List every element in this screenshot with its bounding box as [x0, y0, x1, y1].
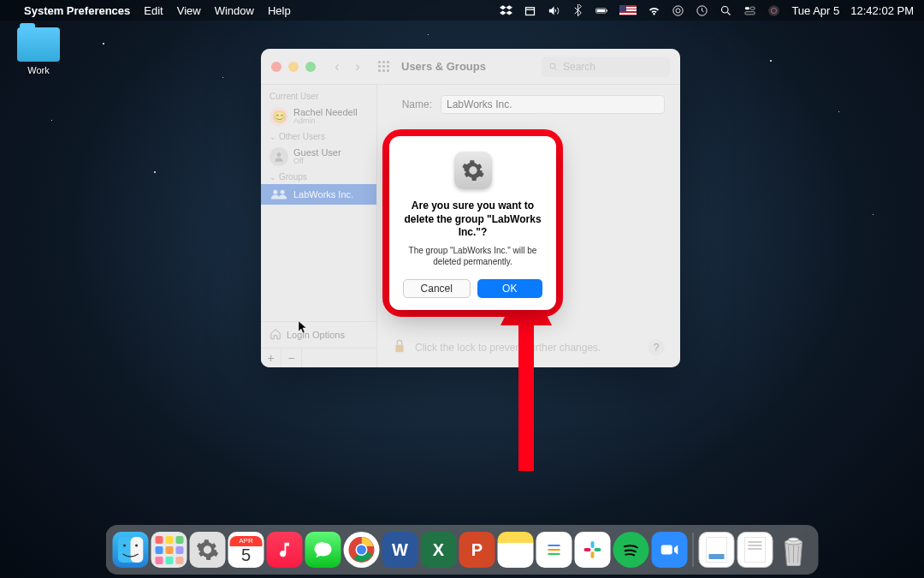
svg-point-25 [357, 545, 366, 555]
control-center-icon[interactable] [743, 4, 756, 17]
svg-point-5 [676, 9, 680, 13]
input-flag-icon[interactable] [619, 5, 637, 15]
siri-icon[interactable] [767, 4, 780, 17]
svg-point-13 [550, 63, 555, 69]
lock-icon[interactable] [393, 337, 406, 357]
dock-calendar[interactable]: APR5 [228, 532, 264, 568]
svg-rect-31 [591, 551, 595, 558]
current-user-row[interactable]: 😊 Rachel Needell Admin [261, 104, 376, 129]
avatar-icon: 😊 [270, 107, 288, 126]
svg-rect-36 [745, 537, 766, 563]
dock-spotify[interactable] [613, 532, 649, 568]
svg-rect-19 [131, 537, 144, 563]
dock-reminders[interactable] [536, 532, 572, 568]
dock-recent-doc-2[interactable] [737, 532, 773, 568]
dock-music[interactable] [267, 532, 303, 568]
svg-point-20 [123, 545, 126, 547]
svg-point-15 [273, 190, 277, 194]
dock-notes[interactable] [498, 532, 534, 568]
desktop-folder-label: Work [13, 65, 64, 75]
svg-rect-3 [607, 9, 607, 11]
svg-point-41 [789, 538, 799, 541]
cancel-button[interactable]: Cancel [403, 279, 471, 298]
dialog-message: The group "LabWorks Inc." will be delete… [403, 245, 542, 267]
volume-icon[interactable] [548, 4, 560, 17]
ok-button[interactable]: OK [477, 279, 543, 298]
dock-recent-doc-1[interactable] [699, 532, 735, 568]
svg-rect-35 [709, 554, 725, 559]
current-user-role: Admin [293, 117, 358, 126]
window-minimize-button[interactable] [288, 62, 299, 72]
menu-help[interactable]: Help [268, 4, 291, 17]
desktop-folder-work[interactable]: Work [13, 27, 64, 75]
dock-chrome[interactable] [344, 532, 380, 568]
dock-slack[interactable] [575, 532, 611, 568]
cursor-icon [299, 321, 309, 337]
svg-rect-33 [661, 545, 672, 555]
dock-powerpoint[interactable]: P [459, 532, 495, 568]
current-user-header: Current User [261, 89, 376, 104]
group-icon [270, 188, 288, 201]
name-label: Name: [393, 98, 432, 110]
bluetooth-icon[interactable] [572, 4, 584, 17]
guest-user-status: Off [293, 158, 341, 166]
folder-icon [17, 27, 60, 62]
dock-launchpad[interactable] [151, 532, 187, 568]
svg-point-4 [673, 5, 683, 15]
name-input[interactable] [441, 95, 665, 114]
dock-finder[interactable] [113, 532, 149, 568]
clock-icon[interactable] [696, 4, 708, 17]
window-zoom-button[interactable] [305, 62, 316, 72]
airplay-icon[interactable] [672, 4, 684, 17]
menubar-date[interactable]: Tue Apr 5 [791, 4, 839, 17]
avatar-icon [270, 147, 288, 166]
wifi-icon[interactable] [648, 4, 660, 17]
menubar-time[interactable]: 12:42:02 PM [850, 4, 914, 17]
spotlight-icon[interactable] [720, 4, 732, 17]
confirm-dialog: Are you sure you want to delete the grou… [389, 136, 556, 310]
dropbox-icon[interactable] [500, 4, 512, 17]
app-menu[interactable]: System Preferences [24, 4, 130, 17]
help-button[interactable]: ? [648, 339, 665, 356]
dock-system-preferences[interactable] [190, 532, 226, 568]
add-button[interactable]: + [261, 349, 281, 367]
menu-window[interactable]: Window [215, 4, 254, 17]
svg-rect-32 [584, 548, 591, 551]
guest-user-row[interactable]: Guest User Off [261, 144, 376, 170]
users-sidebar: Current User 😊 Rachel Needell Admin ⌄Oth… [261, 85, 377, 367]
nav-forward-button[interactable]: › [348, 57, 367, 76]
show-all-button[interactable] [374, 57, 393, 76]
dock-messages[interactable] [305, 532, 341, 568]
dock: APR5 W X P [106, 525, 819, 575]
dock-separator [693, 533, 694, 567]
dock-word[interactable]: W [382, 532, 418, 568]
svg-rect-8 [745, 7, 749, 9]
login-options-label: Login Options [287, 330, 345, 340]
window-title: Users & Groups [401, 60, 486, 73]
remove-button[interactable]: − [281, 349, 302, 367]
gear-icon [454, 152, 492, 189]
home-icon [270, 328, 281, 342]
dock-zoom[interactable] [652, 532, 688, 568]
box-icon[interactable] [524, 4, 536, 17]
menu-edit[interactable]: Edit [144, 4, 163, 17]
svg-point-11 [769, 5, 780, 16]
battery-icon[interactable] [595, 4, 608, 17]
groups-header: ⌄Groups [261, 170, 376, 184]
svg-rect-0 [526, 7, 535, 15]
dock-trash[interactable] [776, 532, 812, 568]
svg-point-16 [281, 190, 285, 194]
menubar: System Preferences Edit View Window Help… [0, 0, 924, 21]
svg-point-14 [277, 152, 281, 157]
svg-rect-30 [595, 548, 601, 551]
search-input[interactable]: Search [542, 57, 670, 77]
dock-excel[interactable]: X [421, 532, 457, 568]
window-close-button[interactable] [271, 62, 281, 72]
group-name: LabWorks Inc. [293, 189, 353, 200]
menu-view[interactable]: View [177, 4, 201, 17]
login-options-button[interactable]: Login Options [261, 321, 376, 348]
svg-rect-29 [591, 541, 595, 548]
nav-back-button[interactable]: ‹ [328, 57, 346, 76]
dialog-title: Are you sure you want to delete the grou… [403, 200, 542, 240]
group-row-labworks[interactable]: LabWorks Inc. [261, 184, 376, 205]
